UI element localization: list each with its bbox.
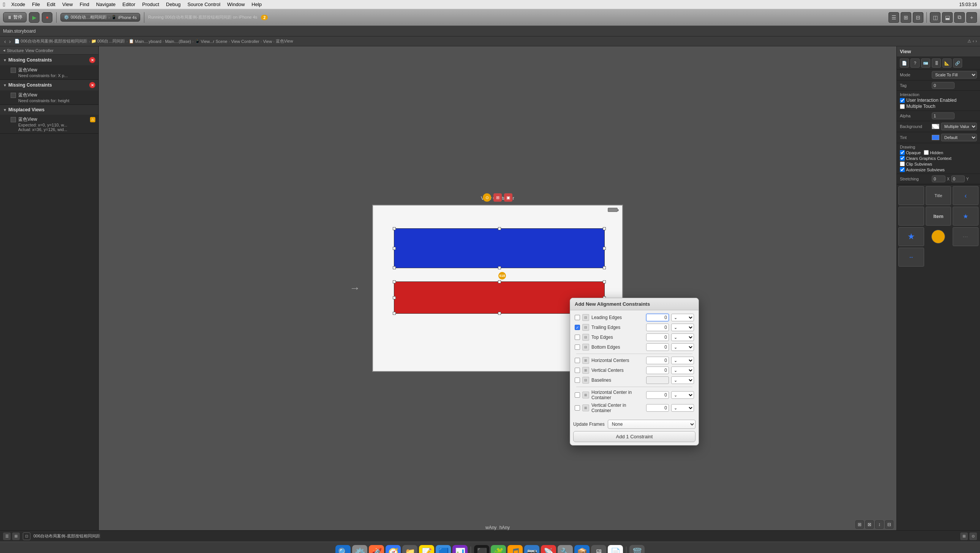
dock-terminal[interactable]: ⬛ xyxy=(474,545,489,553)
sb-star-1[interactable]: ★ xyxy=(953,207,978,226)
bottom-checkbox[interactable] xyxy=(575,345,580,350)
top-select[interactable]: ⌄ xyxy=(671,334,694,341)
baselines-input[interactable] xyxy=(646,377,669,384)
dock-finder-2[interactable]: 📁 xyxy=(402,545,417,553)
popup-row-bottom[interactable]: ⊟ Bottom Edges ⌄ xyxy=(573,342,695,352)
hcenter-container-checkbox[interactable] xyxy=(575,393,580,398)
vcenter-container-select[interactable]: ⌄ xyxy=(671,404,694,412)
statusbar-right-btn-1[interactable]: ⊞ xyxy=(960,532,968,540)
sidebar-section-header-3[interactable]: ▼ Misplaced Views xyxy=(0,105,99,115)
sidebar-section-header-1[interactable]: ▼ Missing Constraints ✕ xyxy=(0,55,99,65)
popup-row-hcenter-container[interactable]: ⊞ Horizontal Center in Container ⌄ xyxy=(573,389,695,402)
breadcrumb-item-7[interactable]: 蓝色View xyxy=(276,38,293,44)
tint-color-swatch[interactable] xyxy=(932,135,939,140)
sb-plain-1[interactable] xyxy=(898,186,924,205)
trailing-select[interactable]: ⌄ xyxy=(671,324,694,331)
top-checkbox[interactable] xyxy=(575,335,580,340)
mode-select[interactable]: Scale To Fill Scale Aspect Fit Scale Asp… xyxy=(932,71,977,79)
navigator-toggle[interactable]: ◫ xyxy=(930,12,940,23)
menu-file[interactable]: File xyxy=(29,1,43,8)
trailing-checkbox[interactable] xyxy=(575,325,580,330)
dock-filezilla[interactable]: 📡 xyxy=(541,545,556,553)
popup-row-trailing[interactable]: ⊟ Trailing Edges ⌄ xyxy=(573,323,695,332)
pause-button[interactable]: ⏸ 暂停 xyxy=(3,12,27,22)
tag-input[interactable] xyxy=(932,82,955,89)
sidebar-item-checkbox-3[interactable] xyxy=(11,117,16,122)
background-color-swatch[interactable] xyxy=(932,124,939,129)
dock-finder[interactable]: 🔍 xyxy=(336,545,351,553)
vcenter-select[interactable]: ⌄ xyxy=(671,367,694,374)
file-inspector-icon[interactable]: 📄 xyxy=(900,59,909,68)
sb-item[interactable]: Item xyxy=(926,207,951,226)
menu-help[interactable]: Help xyxy=(248,1,265,8)
scene-icon-2[interactable]: ⊞ xyxy=(493,193,502,202)
sb-dots[interactable]: ··· xyxy=(953,227,978,246)
dock-system-prefs[interactable]: ⚙️ xyxy=(352,545,368,553)
editor-assistant-button[interactable]: ⊞ xyxy=(900,12,911,23)
play-button[interactable]: ▶ xyxy=(29,12,40,23)
sidebar-item-checkbox-1[interactable] xyxy=(11,68,16,73)
sb-star-big[interactable]: ★ xyxy=(898,227,924,246)
attributes-inspector-icon[interactable]: 🎛 xyxy=(932,59,941,68)
breadcrumb-forward[interactable]: › xyxy=(8,38,12,44)
popup-row-hcenter[interactable]: ⊞ Horizontal Centers ⌄ xyxy=(573,356,695,365)
canvas-btn-3[interactable]: ↕ xyxy=(875,520,883,529)
popup-row-leading[interactable]: ⊟ Leading Edges ⌄ xyxy=(573,313,695,323)
menu-debug[interactable]: Debug xyxy=(163,1,183,8)
menu-source-control[interactable]: Source Control xyxy=(184,1,223,8)
dock-notes[interactable]: 📝 xyxy=(419,545,434,553)
canvas-btn-1[interactable]: ⊞ xyxy=(856,520,864,529)
bottom-select[interactable]: ⌄ xyxy=(671,343,694,351)
sb-back[interactable]: ‹ xyxy=(953,186,978,205)
dock-xcode[interactable]: 🟦 xyxy=(436,545,451,553)
statusbar-right-btn-2[interactable]: ⊙ xyxy=(969,532,977,540)
hcenter-select[interactable]: ⌄ xyxy=(671,357,694,364)
hcenter-container-select[interactable]: ⌄ xyxy=(671,391,694,399)
canvas-btn-2[interactable]: ⊠ xyxy=(865,520,873,529)
menu-view[interactable]: View xyxy=(59,1,76,8)
clip-subviews-checkbox[interactable] xyxy=(900,161,905,166)
scene-icon-1[interactable]: ⊙ xyxy=(483,193,491,202)
warning-badge[interactable]: 2 xyxy=(261,15,268,20)
vcenter-container-input[interactable] xyxy=(646,404,669,412)
breadcrumb-item-5[interactable]: View Controller xyxy=(231,39,259,44)
hcenter-input[interactable] xyxy=(646,357,669,364)
menu-navigate[interactable]: Navigate xyxy=(93,1,119,8)
menu-editor[interactable]: Editor xyxy=(119,1,138,8)
add-button[interactable]: + xyxy=(966,12,977,23)
vcenter-input[interactable] xyxy=(646,367,669,374)
menu-product[interactable]: Product xyxy=(139,1,162,8)
breadcrumb-back[interactable]: ‹ xyxy=(3,38,7,44)
popup-row-vcenter[interactable]: ⊞ Vertical Centers ⌄ xyxy=(573,365,695,375)
statusbar-btn-1[interactable]: ☰ xyxy=(3,532,11,540)
breadcrumb-nav-left[interactable]: ‹ xyxy=(973,39,974,44)
editor-version-button[interactable]: ⊟ xyxy=(913,12,923,23)
baselines-checkbox[interactable] xyxy=(575,378,580,383)
menu-edit[interactable]: Edit xyxy=(44,1,58,8)
top-input[interactable] xyxy=(646,334,669,341)
opaque-checkbox[interactable] xyxy=(900,150,905,155)
identity-inspector-icon[interactable]: 🪪 xyxy=(921,59,930,68)
popup-row-top[interactable]: ⊟ Top Edges ⌄ xyxy=(573,332,695,342)
leading-checkbox[interactable] xyxy=(575,315,580,320)
dock-screen-cap[interactable]: 🖥 xyxy=(591,545,606,553)
sb-arrows[interactable]: ↔ xyxy=(898,248,924,267)
user-interaction-checkbox[interactable] xyxy=(900,98,905,103)
dock-textedit[interactable]: 📄 xyxy=(608,545,623,553)
tint-select[interactable]: Default xyxy=(941,134,977,141)
sidebar-toggle-icon[interactable]: ◂ xyxy=(3,48,5,53)
menu-find[interactable]: Find xyxy=(77,1,92,8)
breadcrumb-item-1[interactable]: 📁 006自…同间距 xyxy=(91,38,125,44)
stop-button[interactable]: ■ xyxy=(42,12,52,23)
statusbar-btn-2[interactable]: ⊞ xyxy=(12,532,20,540)
dock-vlc[interactable]: 🎵 xyxy=(508,545,523,553)
menu-xcode[interactable]: Xcode xyxy=(8,1,28,8)
scheme-selector[interactable]: ⚙️ 006自动…相同间距 › 📱 iPhone 4s xyxy=(60,13,140,22)
breadcrumb-warning-icon[interactable]: ⚠ xyxy=(967,39,971,44)
scene-icon-3[interactable]: ▣ xyxy=(504,193,512,202)
sidebar-item-checkbox-2[interactable] xyxy=(11,93,16,98)
breadcrumb-item-4[interactable]: 📱 View...r Scene xyxy=(195,39,228,44)
sb-plain-2[interactable] xyxy=(898,207,924,226)
dock-photoshop[interactable]: 📷 xyxy=(524,545,539,553)
popup-row-vcenter-container[interactable]: ⊞ Vertical Center in Container ⌄ xyxy=(573,402,695,415)
